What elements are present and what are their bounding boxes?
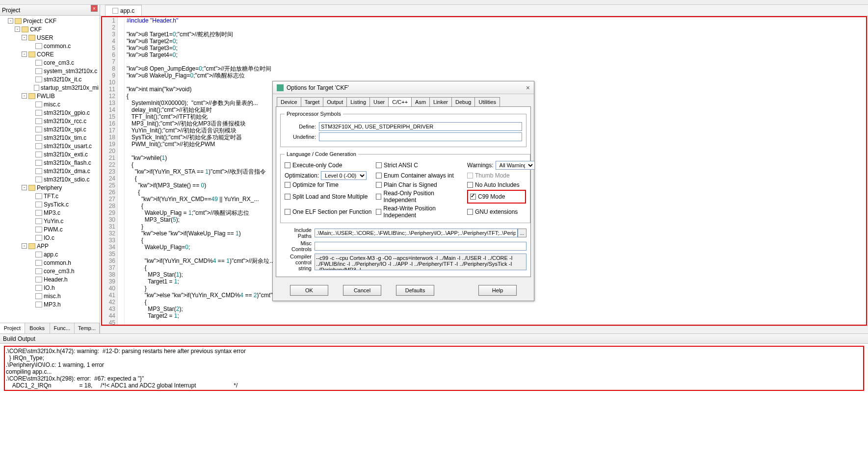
tree-item[interactable]: IO.h [1, 283, 99, 292]
expand-toggle-icon[interactable]: - [8, 18, 13, 24]
tree-label: Header.h [44, 276, 68, 283]
tab-books[interactable]: Books [25, 323, 50, 333]
plain-char-checkbox[interactable] [376, 182, 382, 188]
folder-icon [28, 35, 35, 41]
tree-item[interactable]: -APP [1, 242, 99, 250]
close-icon[interactable]: × [91, 5, 98, 12]
tree-item[interactable]: SysTick.c [1, 200, 99, 208]
tree-item[interactable]: stm32f10x_dma.c [1, 167, 99, 175]
tree-label: YuYin.c [44, 218, 63, 225]
help-button[interactable]: Help [478, 285, 517, 296]
warnings-select[interactable]: All Warnings [496, 161, 535, 170]
c99-mode-checkbox[interactable] [470, 194, 476, 200]
file-icon [35, 60, 42, 66]
include-paths-input[interactable] [315, 229, 518, 237]
tree-item[interactable]: -USER [1, 33, 99, 42]
file-icon [35, 152, 42, 157]
editor-tab-active[interactable]: app.c [105, 5, 142, 16]
dialog-title: Options for Target 'CKF' [287, 84, 349, 91]
dialog-tab-output[interactable]: Output [323, 97, 347, 106]
file-icon [35, 218, 42, 224]
build-output-body[interactable]: .\CORE\stm32f10x.h(472): warning: #12-D:… [0, 344, 868, 393]
tree-item[interactable]: startup_stm32f10x_mi [1, 83, 99, 92]
tree-item[interactable]: YuYin.c [1, 217, 99, 225]
dialog-tab-utilities[interactable]: Utilities [474, 97, 500, 106]
preprocessor-fieldset: Preprocessor Symbols Define: Undefine: [280, 111, 526, 147]
tree-item[interactable]: stm32f10x_tim.c [1, 133, 99, 142]
tree-item[interactable]: common.h [1, 258, 99, 267]
split-load-checkbox[interactable] [285, 194, 290, 200]
tab-project[interactable]: Project [0, 323, 25, 333]
expand-toggle-icon[interactable]: - [22, 243, 27, 249]
tree-item[interactable]: -CORE [1, 50, 99, 58]
dialog-tab-debug[interactable]: Debug [451, 97, 475, 106]
project-tree[interactable]: -Project: CKF-CKF-USERcommon.c-COREcore_… [0, 16, 100, 323]
dialog-tab-cc[interactable]: C/C++ [388, 97, 412, 106]
tree-item[interactable]: PWM.c [1, 225, 99, 233]
optimize-time-checkbox[interactable] [285, 182, 290, 188]
tree-item[interactable]: -FWLIB [1, 92, 99, 100]
dialog-tab-linker[interactable]: Linker [429, 97, 452, 106]
tree-item[interactable]: Header.h [1, 275, 99, 283]
tree-item[interactable]: stm32f10x_gpio.c [1, 108, 99, 117]
execute-only-checkbox[interactable] [285, 162, 290, 168]
tree-item[interactable]: core_cm3.h [1, 267, 99, 275]
app-icon [277, 84, 284, 91]
tree-item[interactable]: stm32f10x_usart.c [1, 142, 99, 150]
tree-item[interactable]: stm32f10x_sdio.c [1, 175, 99, 183]
build-output-text: .\CORE\stm32f10x.h(472): warning: #12-D:… [4, 346, 864, 391]
tree-item[interactable]: MP3.h [1, 300, 99, 308]
tree-item[interactable]: stm32f10x_rcc.c [1, 117, 99, 125]
one-elf-checkbox[interactable] [285, 209, 290, 215]
tree-item[interactable]: misc.h [1, 292, 99, 300]
dialog-titlebar[interactable]: Options for Target 'CKF' × [273, 81, 534, 94]
tree-label: CKF [30, 26, 42, 33]
readonly-pos-checkbox[interactable] [376, 194, 381, 200]
close-icon[interactable]: × [526, 84, 530, 92]
dialog-tab-device[interactable]: Device [277, 97, 301, 106]
include-paths-browse-button[interactable]: ... [518, 229, 526, 237]
tree-item[interactable]: app.c [1, 250, 99, 258]
tree-item[interactable]: stm32f10x_flash.c [1, 158, 99, 167]
dialog-tab-user[interactable]: User [369, 97, 389, 106]
tree-item[interactable]: system_stm32f10x.c [1, 67, 99, 75]
dialog-tab-target[interactable]: Target [301, 97, 324, 106]
dialog-tab-listing[interactable]: Listing [346, 97, 370, 106]
tree-item[interactable]: misc.c [1, 100, 99, 108]
tree-item[interactable]: core_cm3.c [1, 58, 99, 67]
define-input[interactable] [319, 122, 522, 131]
gnu-ext-checkbox[interactable] [467, 209, 473, 215]
horizontal-scrollbar[interactable] [100, 326, 868, 333]
tab-functions[interactable]: Func... [50, 323, 75, 333]
expand-toggle-icon[interactable]: - [22, 51, 27, 57]
strict-ansi-checkbox[interactable] [376, 162, 382, 168]
no-auto-includes-checkbox[interactable] [467, 182, 473, 188]
file-icon [35, 118, 42, 124]
ok-button[interactable]: OK [290, 285, 328, 296]
tree-item[interactable]: TFT.c [1, 192, 99, 200]
tree-item[interactable]: stm32f10x_spi.c [1, 125, 99, 133]
optimization-select[interactable]: Level 0 (-O0) [321, 171, 367, 180]
tree-item[interactable]: MP3.c [1, 208, 99, 217]
readwrite-pos-checkbox[interactable] [376, 209, 381, 215]
expand-toggle-icon[interactable]: - [22, 35, 27, 40]
tree-item[interactable]: common.c [1, 42, 99, 50]
cancel-button[interactable]: Cancel [343, 285, 381, 296]
dialog-tab-asm[interactable]: Asm [411, 97, 430, 106]
defaults-button[interactable]: Defaults [396, 285, 434, 296]
undefine-input[interactable] [319, 132, 522, 141]
tree-item[interactable]: -CKF [1, 25, 99, 33]
tree-item[interactable]: IO.c [1, 233, 99, 242]
tab-templates[interactable]: Temp... [75, 323, 100, 333]
tree-label: misc.c [44, 101, 60, 108]
enum-container-checkbox[interactable] [376, 173, 382, 179]
expand-toggle-icon[interactable]: - [22, 93, 27, 99]
misc-controls-input[interactable] [315, 242, 526, 251]
tree-item[interactable]: -Project: CKF [1, 17, 99, 25]
tree-item[interactable]: stm32f10x_it.c [1, 75, 99, 83]
tree-item[interactable]: stm32f10x_exti.c [1, 150, 99, 158]
tree-item[interactable]: -Periphery [1, 183, 99, 192]
expand-toggle-icon[interactable]: - [22, 185, 27, 190]
expand-toggle-icon[interactable]: - [15, 26, 20, 32]
file-icon [35, 68, 42, 74]
